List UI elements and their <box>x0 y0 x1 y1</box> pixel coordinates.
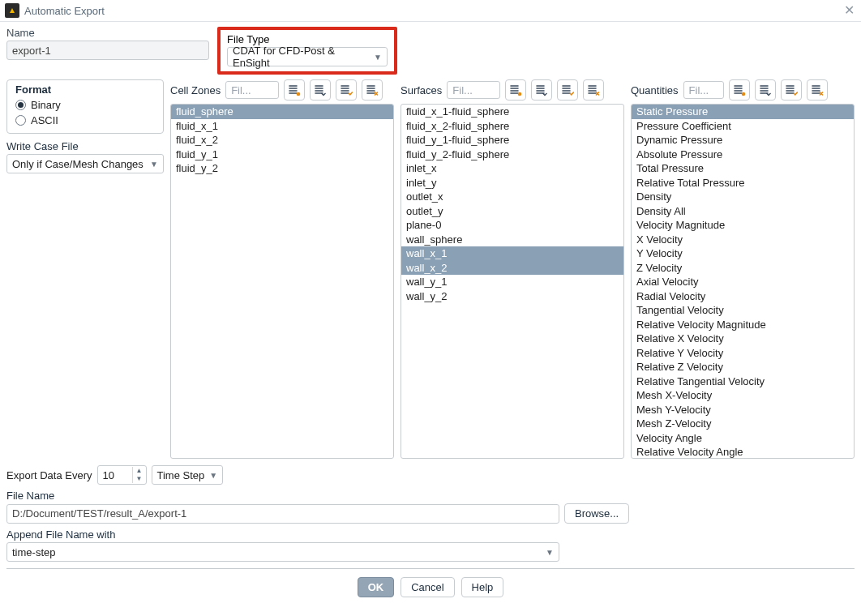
list-item[interactable]: Static Pressure <box>632 105 854 119</box>
list-item[interactable]: inlet_y <box>401 176 623 190</box>
select-all-button[interactable] <box>336 79 357 101</box>
browse-button[interactable]: Browse... <box>564 503 629 524</box>
svg-point-2 <box>518 92 522 96</box>
help-button[interactable]: Help <box>461 577 504 597</box>
list-item[interactable]: Density All <box>632 204 854 219</box>
spinner-down-icon[interactable]: ▼ <box>133 475 146 483</box>
list-item[interactable]: wall_sphere <box>401 233 623 247</box>
list-item[interactable]: wall_x_1 <box>401 246 623 261</box>
list-item[interactable]: wall_y_2 <box>401 289 623 304</box>
chevron-down-icon: ▼ <box>150 160 158 169</box>
ok-button[interactable]: OK <box>358 577 395 597</box>
quantities-filter[interactable]: Fil... <box>683 81 724 99</box>
file-name-input[interactable]: D:/Document/TEST/result_A/export-1 <box>6 504 559 524</box>
surfaces-panel: Surfaces Fil... fluid_x_1-fluid_spherefl… <box>401 79 624 459</box>
append-combo[interactable]: time-step ▼ <box>6 542 559 562</box>
list-item[interactable]: Radial Velocity <box>632 289 854 304</box>
filter-menu-button[interactable] <box>531 79 552 101</box>
list-item[interactable]: X Velocity <box>632 233 854 247</box>
radio-icon <box>15 115 26 126</box>
list-item[interactable]: Mesh X-Velocity <box>632 388 854 403</box>
surfaces-filter[interactable]: Fil... <box>447 81 500 99</box>
file-type-highlight: File Type CDAT for CFD-Post & EnSight ▼ <box>217 27 397 75</box>
dialog-footer: OK Cancel Help <box>6 568 855 597</box>
toggle-tree-button[interactable] <box>729 79 750 101</box>
toggle-tree-button[interactable] <box>505 79 526 101</box>
list-item[interactable]: Absolute Pressure <box>632 148 854 162</box>
name-input[interactable]: export-1 <box>6 41 209 60</box>
svg-point-3 <box>741 92 745 96</box>
quantities-list[interactable]: Static PressurePressure CoefficientDynam… <box>631 104 855 459</box>
toggle-tree-button[interactable] <box>284 79 305 101</box>
surfaces-list[interactable]: fluid_x_1-fluid_spherefluid_x_2-fluid_sp… <box>401 104 624 459</box>
filter-menu-button[interactable] <box>310 79 331 101</box>
quantities-panel: Quantities Fil... Static PressurePressur… <box>631 79 855 459</box>
list-item[interactable]: fluid_y_2 <box>171 161 393 176</box>
filter-menu-button[interactable] <box>755 79 776 101</box>
window-title: Automatic Export <box>24 5 105 17</box>
select-none-button[interactable] <box>583 79 604 101</box>
select-none-button[interactable] <box>362 79 383 101</box>
list-item[interactable]: Y Velocity <box>632 246 854 261</box>
write-case-file-combo[interactable]: Only if Case/Mesh Changes ▼ <box>6 154 164 173</box>
list-item[interactable]: wall_x_2 <box>401 261 623 276</box>
export-every-spinner[interactable]: 10 ▲ ▼ <box>97 465 147 485</box>
list-item[interactable]: Relative X Velocity <box>632 332 854 346</box>
list-item[interactable]: Pressure Coefficient <box>632 119 854 134</box>
list-item[interactable]: fluid_y_2-fluid_sphere <box>401 148 623 162</box>
list-item[interactable]: Axial Velocity <box>632 275 854 289</box>
cell-zones-filter[interactable]: Fil... <box>225 81 279 99</box>
cancel-button[interactable]: Cancel <box>401 577 454 597</box>
close-icon[interactable]: ✕ <box>844 4 855 17</box>
file-name-label: File Name <box>6 490 855 502</box>
list-item[interactable]: wall_y_1 <box>401 275 623 289</box>
list-item[interactable]: Density <box>632 190 854 204</box>
list-item[interactable]: Dynamic Pressure <box>632 133 854 148</box>
list-item[interactable]: Velocity Angle <box>632 431 854 446</box>
list-item[interactable]: Velocity Magnitude <box>632 218 854 233</box>
chevron-down-icon: ▼ <box>374 53 382 62</box>
list-item[interactable]: fluid_x_2-fluid_sphere <box>401 119 623 134</box>
app-icon <box>5 3 19 18</box>
list-item[interactable]: Relative Z Velocity <box>632 360 854 374</box>
radio-icon <box>15 100 26 110</box>
write-case-file-label: Write Case File <box>6 140 164 152</box>
file-type-combo[interactable]: CDAT for CFD-Post & EnSight ▼ <box>227 47 388 66</box>
list-item[interactable]: Relative Total Pressure <box>632 176 854 190</box>
list-item[interactable]: Total Pressure <box>632 161 854 176</box>
select-all-button[interactable] <box>781 79 802 101</box>
export-every-unit-combo[interactable]: Time Step ▼ <box>152 465 224 485</box>
cell-zones-list[interactable]: fluid_spherefluid_x_1fluid_x_2fluid_y_1f… <box>170 104 394 459</box>
surfaces-label: Surfaces <box>401 84 442 96</box>
list-item[interactable]: fluid_x_1-fluid_sphere <box>401 105 623 119</box>
chevron-down-icon: ▼ <box>546 548 554 557</box>
select-none-button[interactable] <box>807 79 828 101</box>
cell-zones-panel: Cell Zones Fil... fluid_spherefluid_x_1f… <box>170 79 394 459</box>
list-item[interactable]: fluid_x_2 <box>171 133 393 148</box>
list-item[interactable]: outlet_y <box>401 204 623 219</box>
list-item[interactable]: outlet_x <box>401 190 623 204</box>
list-item[interactable]: fluid_sphere <box>171 105 393 119</box>
list-item[interactable]: fluid_y_1-fluid_sphere <box>401 133 623 148</box>
list-item[interactable]: Tangential Velocity <box>632 303 854 318</box>
cell-zones-label: Cell Zones <box>170 84 221 96</box>
file-type-label: File Type <box>227 33 388 45</box>
title-bar: Automatic Export ✕ <box>0 0 861 22</box>
list-item[interactable]: plane-0 <box>401 218 623 233</box>
list-item[interactable]: Relative Tangential Velocity <box>632 374 854 389</box>
list-item[interactable]: inlet_x <box>401 161 623 176</box>
list-item[interactable]: Mesh Y-Velocity <box>632 403 854 417</box>
format-binary-radio[interactable]: Binary <box>15 99 155 111</box>
list-item[interactable]: Z Velocity <box>632 261 854 276</box>
list-item[interactable]: fluid_x_1 <box>171 119 393 134</box>
format-ascii-radio[interactable]: ASCII <box>15 114 155 126</box>
list-item[interactable]: Relative Velocity Angle <box>632 445 854 459</box>
list-item[interactable]: Relative Velocity Magnitude <box>632 318 854 332</box>
list-item[interactable]: Relative Y Velocity <box>632 346 854 361</box>
format-title: Format <box>15 83 155 96</box>
format-group: Format Binary ASCII <box>6 79 164 134</box>
spinner-up-icon[interactable]: ▲ <box>133 467 146 475</box>
list-item[interactable]: fluid_y_1 <box>171 148 393 162</box>
list-item[interactable]: Mesh Z-Velocity <box>632 417 854 431</box>
select-all-button[interactable] <box>557 79 578 101</box>
